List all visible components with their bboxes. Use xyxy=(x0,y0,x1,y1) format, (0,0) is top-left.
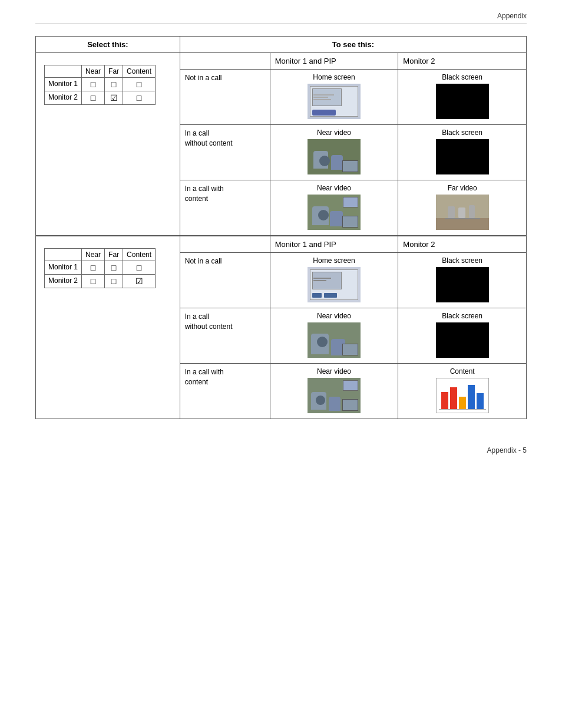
s2r2-pip: Near video xyxy=(270,308,398,364)
s2-monitor2-label: Monitor 2 xyxy=(45,275,82,288)
s2r3-pip: Near video xyxy=(270,364,398,419)
black-screen-thumb-1 xyxy=(436,84,489,119)
s2-far-col-header: Far xyxy=(105,249,123,261)
main-table: Select this: To see this: Near Far xyxy=(35,36,527,419)
select-header: Select this: xyxy=(36,37,180,53)
s2-content-col-header: Content xyxy=(123,249,156,261)
s1r3-pip: Near video xyxy=(270,180,398,236)
s2-m2-far-check xyxy=(105,275,123,288)
s1r1-mon2-label: Black screen xyxy=(403,73,521,81)
s1r2-scenario: In a callwithout content xyxy=(180,125,270,180)
far-col-header: Far xyxy=(105,65,123,78)
black-screen-thumb-4 xyxy=(436,322,489,358)
s2r2-mon2-label: Black screen xyxy=(403,312,521,320)
s1r2-mon2: Black screen xyxy=(398,125,527,180)
monitor2-header: Monitor 2 xyxy=(398,53,527,70)
section2-select-cell: Near Far Content Monitor 1 xyxy=(36,236,180,419)
section1-scenario-header xyxy=(180,53,270,70)
black-screen-thumb-3 xyxy=(436,267,489,302)
section2-scenario-header xyxy=(180,236,270,253)
s1r1-mon2: Black screen xyxy=(398,70,527,125)
bar-5 xyxy=(477,393,484,410)
bar-chart xyxy=(441,385,484,410)
s2r2-pip-label: Near video xyxy=(275,312,394,320)
s2r3-pip-label: Near video xyxy=(275,367,394,375)
near-video-thumb-2 xyxy=(308,195,361,230)
section1-checkbox-table: Near Far Content Monitor 1 xyxy=(44,65,156,105)
s1r1-pip: Home screen xyxy=(270,70,398,125)
chart-xaxis xyxy=(439,409,486,410)
m1-near-check xyxy=(82,78,105,91)
near-video-thumb-3 xyxy=(308,322,361,358)
s2-m2-content-check xyxy=(123,275,156,288)
s1r3-mon2: Far video xyxy=(398,180,527,236)
s2-monitor2-header: Monitor 2 xyxy=(398,236,527,253)
s2r1-scenario: Not in a call xyxy=(180,253,270,308)
s2-m1-near-check xyxy=(82,261,105,275)
to-see-header: To see this: xyxy=(180,37,526,53)
s2r1-mon2: Black screen xyxy=(398,253,527,308)
m2-content-check xyxy=(123,91,156,105)
near-video-thumb-1 xyxy=(308,139,361,174)
home-screen-thumb-2 xyxy=(308,267,361,302)
section2-checkbox-table: Near Far Content Monitor 1 xyxy=(44,248,156,288)
section2-col-headers: Near Far Content Monitor 1 xyxy=(36,236,527,253)
section1-col-headers: Near Far Content Monitor 1 xyxy=(36,53,527,70)
s1r3-scenario: In a call withcontent xyxy=(180,180,270,236)
s2-m2-near-check xyxy=(82,275,105,288)
content-col-header: Content xyxy=(123,65,156,78)
bar-3 xyxy=(459,397,466,410)
s1r2-pip-label: Near video xyxy=(275,129,394,137)
s2-m1-content-check xyxy=(123,261,156,275)
near-video-thumb-4 xyxy=(308,378,361,413)
home-screen-thumb-1 xyxy=(308,84,361,119)
bar-4 xyxy=(468,385,475,410)
s2r2-mon2: Black screen xyxy=(398,308,527,364)
s1r1-pip-label: Home screen xyxy=(275,73,394,81)
s2r1-mon2-label: Black screen xyxy=(403,256,521,265)
s1r2-pip: Near video xyxy=(270,125,398,180)
s2r1-pip-label: Home screen xyxy=(275,256,394,265)
s2r3-scenario: In a call withcontent xyxy=(180,364,270,419)
s2r3-mon2-label: Content xyxy=(403,367,521,375)
monitor1-pip-header: Monitor 1 and PIP xyxy=(270,53,398,70)
s2-monitor1-pip-header: Monitor 1 and PIP xyxy=(270,236,398,253)
monitor2-label: Monitor 2 xyxy=(45,91,82,105)
s2r3-mon2: Content xyxy=(398,364,527,419)
s2-near-col-header: Near xyxy=(82,249,105,261)
m1-far-check xyxy=(105,78,123,91)
s2r2-scenario: In a callwithout content xyxy=(180,308,270,364)
bar-2 xyxy=(450,387,457,410)
section1-select-cell: Near Far Content Monitor 1 xyxy=(36,53,180,236)
page-footer: Appendix - 5 xyxy=(35,443,527,454)
m1-content-check xyxy=(123,78,156,91)
s2r1-pip: Home screen xyxy=(270,253,398,308)
s2-m1-far-check xyxy=(105,261,123,275)
page-header: Appendix xyxy=(35,12,527,24)
black-screen-thumb-2 xyxy=(436,139,489,174)
s2-monitor1-label: Monitor 1 xyxy=(45,261,82,275)
content-chart-thumb xyxy=(436,378,489,413)
s1r3-pip-label: Near video xyxy=(275,184,394,192)
near-col-header: Near xyxy=(82,65,105,78)
s1r1-scenario: Not in a call xyxy=(180,70,270,125)
m2-near-check xyxy=(82,91,105,105)
m2-far-check xyxy=(105,91,123,105)
s1r3-mon2-label: Far video xyxy=(403,184,521,192)
s1r2-mon2-label: Black screen xyxy=(403,129,521,137)
bar-1 xyxy=(441,392,448,410)
monitor1-label: Monitor 1 xyxy=(45,78,82,91)
far-video-thumb xyxy=(436,195,489,230)
